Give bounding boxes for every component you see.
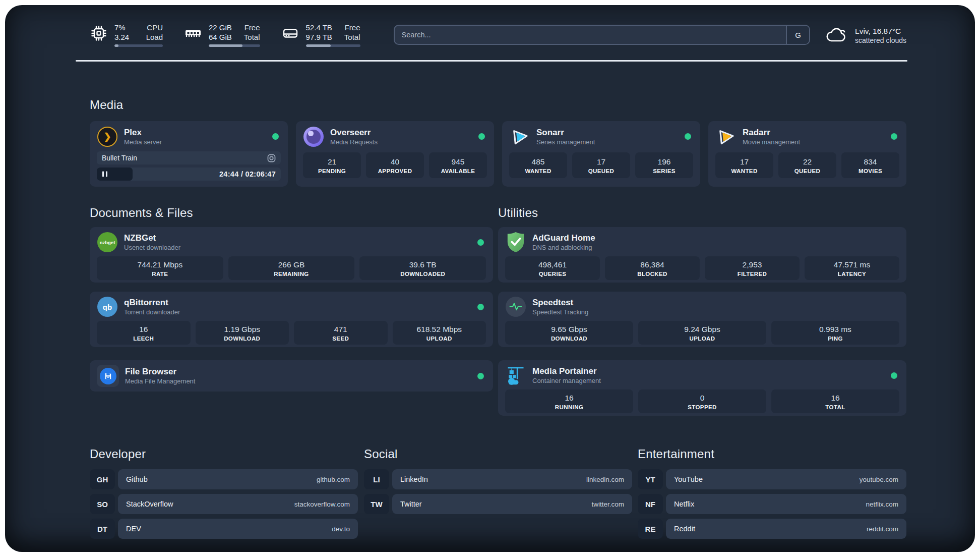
app-subtitle: Container management <box>532 376 601 385</box>
weather-location: Lviv, 16.87°C <box>855 26 906 36</box>
app-card-radarr[interactable]: Radarr Movie management 17WANTED 22QUEUE… <box>708 121 906 187</box>
link-url: linkedin.com <box>586 476 624 483</box>
radarr-icon <box>716 127 736 147</box>
now-playing-bar: Bullet Train <box>97 151 281 164</box>
link-row-dev[interactable]: DT DEVdev.to <box>90 519 358 539</box>
stat-tile: 47.571 msLATENCY <box>805 256 899 280</box>
app-name: Overseerr <box>330 128 378 138</box>
filebrowser-icon <box>97 365 119 387</box>
status-online-dot <box>477 304 484 310</box>
ram-usage-bar <box>209 44 260 47</box>
speedtest-icon <box>506 297 526 317</box>
stat-tile: 86,384BLOCKED <box>605 256 700 280</box>
link-badge: LI <box>364 469 389 489</box>
section-title-social: Social <box>364 447 398 461</box>
top-bar: 7%3.24 CPULoad 22 GiB64 GiB FreeTotal <box>90 20 906 49</box>
session-camera-icon <box>267 154 276 162</box>
app-name: Sonarr <box>536 128 595 138</box>
app-card-portainer[interactable]: Media Portainer Container management 16R… <box>498 360 906 416</box>
app-name: AdGuard Home <box>532 233 595 243</box>
stat-tile: 9.24 GbpsUPLOAD <box>638 321 766 345</box>
app-subtitle: Media Requests <box>330 138 378 146</box>
link-row-github[interactable]: GH Githubgithub.com <box>90 469 358 489</box>
stat-tile: 39.6 TBDOWNLOADED <box>359 256 486 280</box>
stat-tile: 16TOTAL <box>771 389 899 413</box>
search-engine-button[interactable]: G <box>786 26 809 44</box>
stat-tile: 9.65 GbpsDOWNLOAD <box>505 321 633 345</box>
playback-time: 24:44 / 02:06:47 <box>219 170 276 178</box>
stat-tile: 17QUEUED <box>572 152 630 178</box>
status-online-dot <box>478 133 485 140</box>
link-row-netflix[interactable]: NF Netflixnetflix.com <box>638 494 906 514</box>
link-row-twitter[interactable]: TW Twittertwitter.com <box>364 494 632 514</box>
app-subtitle: Series management <box>536 138 595 146</box>
media-cards-row: ❯ Plex Media server Bullet Train 24:44 /… <box>90 121 906 187</box>
stat-tile: 485WANTED <box>509 152 567 178</box>
plex-icon: ❯ <box>97 127 117 147</box>
documents-column: nzbget NZBGet Usenet downloader 744.21 M… <box>90 227 493 392</box>
app-subtitle: Torrent downloader <box>124 308 180 316</box>
nzbget-icon: nzbget <box>97 232 117 252</box>
stat-tile: 2,953FILTERED <box>705 256 800 280</box>
section-title-entertainment: Entertainment <box>638 447 714 461</box>
disk-usage-bar <box>306 44 360 47</box>
social-links: LI LinkedInlinkedin.com TW Twittertwitte… <box>364 469 632 519</box>
app-card-adguard[interactable]: AdGuard Home DNS and adblocking 498,461Q… <box>498 227 906 283</box>
cpu-icon <box>90 24 108 42</box>
search-input[interactable] <box>395 26 786 44</box>
link-name: YouTube <box>674 475 703 483</box>
link-row-youtube[interactable]: YT YouTubeyoutube.com <box>638 469 906 489</box>
stat-tile: 16LEECH <box>97 321 191 345</box>
cpu-usage-bar <box>114 44 163 47</box>
section-title-documents: Documents & Files <box>90 206 193 220</box>
status-online-dot <box>272 133 279 140</box>
app-subtitle: DNS and adblocking <box>532 243 595 252</box>
playback-progress-bar: 24:44 / 02:06:47 <box>97 168 281 181</box>
stat-tile: 744.21 MbpsRATE <box>97 256 223 280</box>
cpu-stat: 7%3.24 CPULoad <box>90 23 163 47</box>
link-badge: NF <box>638 494 663 514</box>
search-bar: G <box>394 25 811 45</box>
link-row-linkedin[interactable]: LI LinkedInlinkedin.com <box>364 469 632 489</box>
link-url: reddit.com <box>867 525 898 533</box>
app-card-filebrowser[interactable]: File Browser Media File Management <box>90 360 493 392</box>
cpu-labels: CPULoad <box>146 23 163 42</box>
stat-tile: 1.19 GbpsDOWNLOAD <box>196 321 289 345</box>
app-card-nzbget[interactable]: nzbget NZBGet Usenet downloader 744.21 M… <box>90 227 493 283</box>
disk-icon <box>281 24 299 42</box>
ram-icon <box>184 24 202 42</box>
section-title-developer: Developer <box>90 447 146 461</box>
disk-labels: FreeTotal <box>344 23 360 42</box>
link-name: LinkedIn <box>400 475 428 483</box>
app-name: Media Portainer <box>532 366 601 376</box>
app-name: File Browser <box>125 367 195 377</box>
weather-condition: scattered clouds <box>855 36 906 44</box>
link-name: Netflix <box>674 500 694 508</box>
app-subtitle: Speedtest Tracking <box>532 308 588 316</box>
ram-labels: FreeTotal <box>244 23 260 42</box>
link-badge: TW <box>364 494 389 514</box>
stat-tile: 22QUEUED <box>778 152 836 178</box>
stat-tile: 0.993 msPING <box>771 321 899 345</box>
app-card-sonarr[interactable]: Sonarr Series management 485WANTED 17QUE… <box>502 121 700 187</box>
app-card-overseerr[interactable]: Overseerr Media Requests 21PENDING 40APP… <box>296 121 494 187</box>
app-card-qbittorrent[interactable]: qb qBittorrent Torrent downloader 16LEEC… <box>90 292 493 347</box>
link-name: DEV <box>126 525 141 533</box>
link-row-reddit[interactable]: RE Redditreddit.com <box>638 519 906 539</box>
app-card-plex[interactable]: ❯ Plex Media server Bullet Train 24:44 /… <box>90 121 288 187</box>
app-card-speedtest[interactable]: Speedtest Speedtest Tracking 9.65 GbpsDO… <box>498 292 906 347</box>
link-badge: DT <box>90 519 115 539</box>
link-url: netflix.com <box>866 500 898 508</box>
stat-tile: 945AVAILABLE <box>429 152 487 178</box>
link-badge: SO <box>90 494 115 514</box>
link-badge: RE <box>638 519 663 539</box>
stat-tile: 196SERIES <box>635 152 693 178</box>
adguard-icon <box>506 231 526 253</box>
stat-tile: 16RUNNING <box>505 389 633 413</box>
link-badge: GH <box>90 469 115 489</box>
developer-links: GH Githubgithub.com SO StackOverflowstac… <box>90 469 358 543</box>
qbittorrent-icon: qb <box>97 297 117 317</box>
overseerr-icon <box>303 127 324 147</box>
link-row-stackoverflow[interactable]: SO StackOverflowstackoverflow.com <box>90 494 358 514</box>
entertainment-links: YT YouTubeyoutube.com NF Netflixnetflix.… <box>638 469 906 543</box>
